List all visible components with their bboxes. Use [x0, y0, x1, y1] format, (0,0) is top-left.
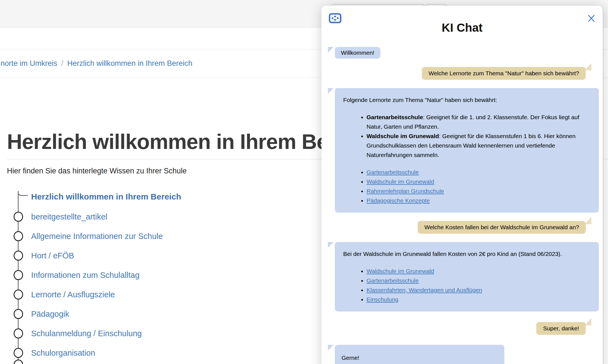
- source-link-item: Gartenarbeitsschule: [367, 276, 590, 285]
- user-bubble: Welche Lernorte zum Thema "Natur" haben …: [422, 67, 586, 80]
- source-link-item: Waldschule im Grunewald: [367, 266, 590, 276]
- user-message: Super, danke!: [322, 322, 586, 335]
- tree-node-circle: [14, 309, 23, 319]
- tree-item-link[interactable]: Lernorte / Ausflugsziele: [31, 289, 115, 300]
- expand-icon: [329, 20, 342, 24]
- close-icon: [587, 19, 595, 23]
- tree-node-circle: [14, 360, 23, 364]
- bullet-item: Waldschule im Grunewald: Geeignet für di…: [367, 131, 590, 160]
- bubble-tail-icon: [328, 242, 333, 248]
- tree-item-link[interactable]: Allgemeine Informationen zur Schule: [31, 231, 163, 241]
- tree-elbow-connector: [18, 191, 28, 196]
- expand-button[interactable]: [329, 13, 342, 24]
- tree-node-circle: [14, 251, 23, 261]
- tree-item-link[interactable]: Hort / eFÖB: [31, 250, 74, 261]
- message-text: Super, danke!: [543, 325, 579, 331]
- tree-item-link[interactable]: Schulorganisation: [31, 348, 95, 358]
- bubble-tail-icon: [328, 88, 333, 94]
- user-bubble: Super, danke!: [536, 322, 586, 335]
- tree-node-circle: [14, 348, 23, 358]
- chat-source-link[interactable]: Gartenarbeitsschule: [367, 277, 419, 284]
- tree-item-link[interactable]: Pädagogik: [31, 309, 69, 319]
- tree-node-circle: [14, 212, 23, 222]
- message-text: Welche Lernorte zum Thema "Natur" haben …: [428, 70, 579, 76]
- ki-chat-panel: KI Chat Willkommen!Welche Lernorte zum T…: [322, 6, 603, 364]
- chat-title: KI Chat: [322, 6, 603, 35]
- bot-message: Folgende Lernorte zum Thema "Natur" habe…: [335, 88, 599, 213]
- message-text: Folgende Lernorte zum Thema "Natur" habe…: [343, 95, 590, 105]
- message-text: Bei der Waldschule im Grunewald fallen K…: [343, 249, 590, 259]
- message-bullet-list: Gartenarbeitsschule: Geeignet für die 1.…: [343, 113, 590, 160]
- chat-source-link[interactable]: Waldschule im Grunewald: [367, 268, 434, 274]
- bot-bubble: Bei der Waldschule im Grunewald fallen K…: [335, 242, 599, 311]
- source-link-item: Klassenfahrten, Wandertagen und Ausflüge…: [367, 285, 590, 295]
- bubble-tail-icon: [585, 318, 591, 325]
- source-link-item: Pädagogische Konzepte: [367, 196, 590, 205]
- tree-node-circle: [14, 231, 23, 241]
- chat-source-link[interactable]: Einschulung: [367, 296, 398, 303]
- chat-source-link[interactable]: Rahmenlehrplan Grundschule: [367, 188, 444, 194]
- source-link-item: Waldschule im Grunewald: [367, 177, 590, 186]
- bubble-tail-icon: [585, 63, 591, 70]
- bot-message: Willkommen!: [335, 47, 599, 59]
- source-link-item: Einschulung: [367, 295, 590, 304]
- bubble-tail-icon: [585, 217, 591, 224]
- source-link-item: Gartenarbeitsschule: [367, 168, 590, 177]
- tree-item-link[interactable]: Informationen zum Schulalltag: [31, 270, 139, 280]
- chat-source-link[interactable]: Gartenarbeitsschule: [367, 169, 419, 175]
- bot-bubble: Folgende Lernorte zum Thema "Natur" habe…: [335, 88, 599, 213]
- chat-source-link[interactable]: Waldschule im Grunewald: [367, 178, 434, 185]
- tree-item-link[interactable]: bereitgestellte_artikel: [31, 211, 107, 222]
- bot-bubble: Gerne!: [335, 345, 504, 364]
- tree-node-circle: [14, 270, 23, 280]
- bot-message: Gerne!: [335, 345, 599, 364]
- user-message: Welche Kosten fallen bei der Waldschule …: [322, 221, 586, 234]
- tree-item-current[interactable]: Herzlich willkommen in Ihrem Bereich: [31, 192, 181, 201]
- tree-item-link[interactable]: Schulanmeldung / Einschulung: [31, 328, 142, 339]
- chat-messages: Willkommen!Welche Lernorte zum Thema "Na…: [322, 47, 603, 364]
- tree-node-circle: [14, 290, 23, 300]
- message-text: Welche Kosten fallen bei der Waldschule …: [424, 224, 579, 230]
- message-text: Gerne!: [342, 355, 359, 361]
- bot-message: Bei der Waldschule im Grunewald fallen K…: [335, 242, 599, 311]
- bubble-tail-icon: [328, 47, 333, 53]
- article-tree: Herzlich willkommen in Ihrem Bereich ber…: [0, 0, 250, 364]
- user-message: Welche Lernorte zum Thema "Natur" haben …: [322, 67, 586, 80]
- tree-node-circle: [14, 328, 23, 338]
- chat-source-link[interactable]: Klassenfahrten, Wandertagen und Ausflüge…: [367, 287, 482, 293]
- source-link-item: Rahmenlehrplan Grundschule: [367, 186, 590, 196]
- chat-source-link[interactable]: Pädagogische Konzepte: [367, 197, 430, 204]
- bubble-tail-icon: [328, 345, 333, 351]
- message-text: Willkommen!: [341, 49, 374, 56]
- bot-bubble: Willkommen!: [335, 47, 380, 59]
- message-source-links: GartenarbeitsschuleWaldschule im Grunewa…: [343, 168, 590, 205]
- user-bubble: Welche Kosten fallen bei der Waldschule …: [418, 221, 586, 234]
- bullet-item: Gartenarbeitsschule: Geeignet für die 1.…: [367, 113, 590, 131]
- close-button[interactable]: [587, 14, 595, 23]
- message-source-links: Waldschule im GrunewaldGartenarbeitsschu…: [343, 266, 590, 304]
